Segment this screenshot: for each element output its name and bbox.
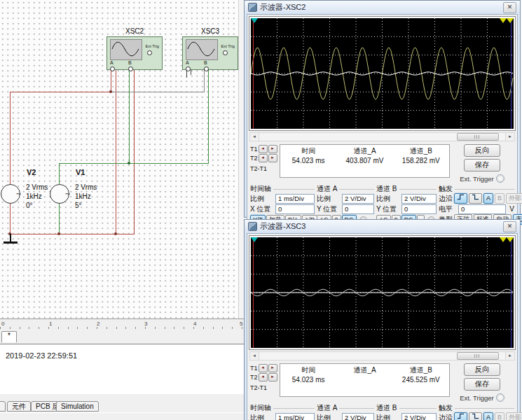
wire-segment[interactable] xyxy=(59,204,60,234)
wire-segment[interactable] xyxy=(116,68,116,234)
ac-source-v1[interactable]: ~ xyxy=(50,184,69,204)
ext-trigger-radio[interactable] xyxy=(496,174,504,183)
scroll-left-icon[interactable]: ◄ xyxy=(250,352,259,360)
trigger-a-button[interactable]: A xyxy=(483,412,493,420)
oscilloscope-window-xsc3[interactable]: 示波器-XSC3 ✕ ◄ ► T1 ◄ ► T2 ◄ ► T2-T xyxy=(244,219,521,420)
wire-segment[interactable] xyxy=(59,163,209,164)
terminal-a-pin[interactable] xyxy=(186,66,191,71)
save-button[interactable]: 保存 xyxy=(464,159,500,172)
ypos-label: Y 位置 xyxy=(376,204,400,214)
oscilloscope-component-xsc2[interactable]: XSC2 Ext Trig A B xyxy=(107,36,163,70)
tab-simulation[interactable]: Simulation xyxy=(56,401,99,412)
wire-segment[interactable] xyxy=(129,68,130,163)
t1-cursor[interactable] xyxy=(253,237,254,348)
t2-label: T2 xyxy=(250,155,258,162)
wire-segment[interactable] xyxy=(10,204,11,234)
level-input[interactable]: 0 xyxy=(458,204,506,214)
oscilloscope-window-xsc2[interactable]: 示波器-XSC2 ✕ ◄ ► T1 ◄ ► T2 ◄ ► T2-T xyxy=(244,0,521,218)
scrollbar-thumb[interactable] xyxy=(457,133,499,141)
falling-edge-icon[interactable] xyxy=(469,193,482,204)
wire-segment[interactable] xyxy=(204,68,205,92)
t1-marker-icon[interactable] xyxy=(251,18,258,23)
wire-segment[interactable] xyxy=(208,68,209,163)
wire-segment[interactable] xyxy=(59,163,60,184)
wire-segment[interactable] xyxy=(10,92,111,92)
t2-cursor[interactable] xyxy=(511,237,511,348)
trigger-b-button[interactable]: B xyxy=(495,193,504,204)
ext-trig-pin[interactable] xyxy=(147,50,152,55)
timebase-scale-input[interactable]: 1 ms/Div xyxy=(275,413,315,420)
t2-cursor[interactable] xyxy=(511,18,511,129)
tab-stub[interactable] xyxy=(0,401,6,412)
t2-marker-icon[interactable] xyxy=(500,237,507,242)
timebase-title: 时间轴 xyxy=(250,184,271,194)
channel-a-scale-input[interactable]: 2 V/Div xyxy=(342,194,374,204)
measurement-readout: 时间 54.023 ms 通道_A 403.807 mV 通道_B 158.28… xyxy=(280,144,450,178)
xpos-input[interactable]: 0 xyxy=(275,204,315,214)
terminal-b-label: B xyxy=(204,60,207,65)
reverse-button[interactable]: 反向 xyxy=(464,144,500,157)
scroll-right-icon[interactable]: ► xyxy=(505,133,514,141)
terminal-a-pin[interactable] xyxy=(110,66,115,71)
ext-trigger-radio[interactable] xyxy=(496,393,504,402)
sine-source-icon: ~ xyxy=(16,189,21,199)
save-button[interactable]: 保存 xyxy=(464,378,500,391)
t1-right-icon[interactable]: ► xyxy=(268,364,277,372)
t2-marker-icon[interactable] xyxy=(500,18,507,23)
trigger-ext-button[interactable]: 外部 xyxy=(506,193,522,204)
t2-right-icon[interactable]: ► xyxy=(268,373,277,382)
scrollbar-thumb[interactable] xyxy=(457,352,499,360)
t1-left-icon[interactable]: ◄ xyxy=(259,364,268,372)
channel-a-scale-input[interactable]: 2 V/Div xyxy=(342,413,374,420)
timebase-scale-input[interactable]: 1 ms/Div xyxy=(275,194,315,204)
rising-edge-icon[interactable] xyxy=(454,193,467,204)
channel-a-ypos-input[interactable]: 0 xyxy=(342,204,374,214)
ext-trig-pin[interactable] xyxy=(223,50,228,55)
window-title-bar[interactable]: 示波器-XSC2 ✕ xyxy=(245,1,520,14)
sheet-tab[interactable]: * xyxy=(1,331,17,342)
t1-marker-icon[interactable] xyxy=(251,237,258,242)
scale-label: 比例 xyxy=(317,194,341,204)
display-scrollbar[interactable]: ◄ ► xyxy=(249,132,515,141)
scroll-left-icon[interactable]: ◄ xyxy=(250,133,259,141)
terminal-b-pin[interactable] xyxy=(204,66,209,71)
channel-b-scale-input[interactable]: 2 V/Div xyxy=(401,413,437,420)
falling-edge-icon[interactable] xyxy=(469,412,482,420)
channel-b-scale-input[interactable]: 2 V/Div xyxy=(401,194,437,204)
trigger-a-button[interactable]: A xyxy=(483,193,493,204)
tab-components[interactable]: 元件 xyxy=(7,401,31,412)
ac-source-v2[interactable]: ~ xyxy=(1,184,20,204)
trigger-b-button[interactable]: B xyxy=(495,412,504,420)
t2-left-icon[interactable]: ◄ xyxy=(259,154,268,162)
t2-left-icon[interactable]: ◄ xyxy=(259,373,268,382)
ground-symbol[interactable] xyxy=(10,234,11,241)
terminal-b-pin[interactable] xyxy=(128,66,133,71)
oscilloscope-component-xsc3[interactable]: XSC3 Ext Trig A B xyxy=(182,36,238,70)
trigger-ext-button[interactable]: 外部 xyxy=(506,412,522,420)
col-time: 时间 xyxy=(280,365,336,375)
window-title: 示波器-XSC3 xyxy=(260,221,305,232)
wire-segment[interactable] xyxy=(10,92,11,184)
t1-cursor[interactable] xyxy=(253,18,254,129)
rising-edge-icon[interactable] xyxy=(454,412,467,420)
window-title: 示波器-XSC2 xyxy=(260,2,305,13)
scroll-right-icon[interactable]: ► xyxy=(505,352,514,360)
close-icon[interactable]: ✕ xyxy=(503,221,516,232)
t1-left-icon[interactable]: ◄ xyxy=(259,145,268,153)
trigger-marker-icon[interactable] xyxy=(507,237,514,242)
trigger-marker-icon[interactable] xyxy=(507,18,514,23)
close-icon[interactable]: ✕ xyxy=(503,2,516,13)
schematic-canvas[interactable]: XSC2 Ext Trig A B XSC3 Ext Trig A B ~ V2… xyxy=(0,0,244,318)
wire-segment[interactable] xyxy=(134,68,135,234)
scale-label: 比例 xyxy=(250,413,274,420)
wire-segment[interactable] xyxy=(111,68,111,92)
t1-right-icon[interactable]: ► xyxy=(268,145,277,153)
wire-segment[interactable] xyxy=(111,92,205,92)
reverse-button[interactable]: 反向 xyxy=(464,363,500,376)
display-scrollbar[interactable]: ◄ ► xyxy=(249,351,515,360)
t1-label: T1 xyxy=(250,146,258,153)
window-title-bar[interactable]: 示波器-XSC3 ✕ xyxy=(245,220,520,233)
channel-b-ypos-input[interactable]: 0 xyxy=(401,204,437,214)
ruler-tick: 2 xyxy=(97,321,99,327)
t2-right-icon[interactable]: ► xyxy=(268,154,277,162)
